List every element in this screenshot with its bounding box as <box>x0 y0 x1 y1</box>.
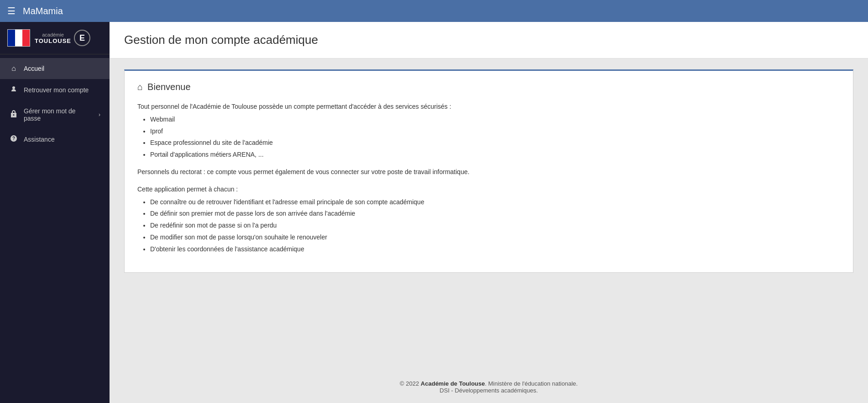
sidebar-label-gerer-mdp: Gérer mon mot de passe <box>24 107 93 122</box>
chevron-right-icon: › <box>99 111 100 118</box>
rectorat-text: Personnels du rectorat : ce compte vous … <box>137 167 840 178</box>
features-list: De connaître ou de retrouver l'identifia… <box>150 197 840 255</box>
sidebar-item-retrouver-compte[interactable]: Retrouver mon compte <box>0 79 110 101</box>
sidebar-logo: académie TOULOUSE E <box>0 22 110 54</box>
sidebar: académie TOULOUSE E ⌂ Accueil Retrouver … <box>0 22 110 403</box>
lock-icon <box>9 110 18 119</box>
sidebar-label-retrouver-compte: Retrouver mon compte <box>24 86 100 94</box>
page-header: Gestion de mon compte académique <box>110 22 868 58</box>
sidebar-item-assistance[interactable]: Assistance <box>0 128 110 150</box>
menu-icon[interactable]: ☰ <box>7 5 16 16</box>
feature-3: De redéfinir son mot de passe si on l'a … <box>150 220 840 231</box>
topbar: ☰ MaMamia <box>0 0 868 22</box>
welcome-title: Bienvenue <box>147 82 191 92</box>
user-icon <box>9 85 18 95</box>
content-area: Gestion de mon compte académique ⌂ Bienv… <box>110 22 868 403</box>
topbar-title: MaMamia <box>23 6 63 16</box>
logo-text: académie TOULOUSE <box>35 32 71 44</box>
page-title: Gestion de mon compte académique <box>124 33 853 47</box>
footer: © 2022 Académie de Toulouse. Ministère d… <box>110 371 868 403</box>
sidebar-nav: ⌂ Accueil Retrouver mon compte Gérer mon… <box>0 54 110 403</box>
welcome-card: ⌂ Bienvenue Tout personnel de l'Académie… <box>124 69 853 273</box>
sidebar-item-gerer-mdp[interactable]: Gérer mon mot de passe › <box>0 101 110 128</box>
toulouse-label: TOULOUSE <box>35 37 71 44</box>
feature-2: De définir son premier mot de passe lors… <box>150 208 840 219</box>
welcome-intro-block: Tout personnel de l'Académie de Toulouse… <box>137 101 840 160</box>
feature-5: D'obtenir les coordonnées de l'assistanc… <box>150 244 840 255</box>
sidebar-label-accueil: Accueil <box>24 65 100 72</box>
french-flag <box>7 29 30 47</box>
services-list: Webmail Iprof Espace professionnel du si… <box>150 114 840 160</box>
welcome-intro-text: Tout personnel de l'Académie de Toulouse… <box>137 101 840 112</box>
logo-circle: E <box>74 30 90 46</box>
assistance-icon <box>9 135 18 144</box>
feature-4: De modifier son mot de passe lorsqu'on s… <box>150 232 840 243</box>
sidebar-label-assistance: Assistance <box>24 136 100 143</box>
footer-copyright-prefix: © 2022 <box>400 380 421 387</box>
footer-line2: DSI - Développements académiques. <box>119 387 859 394</box>
academie-label: académie <box>42 32 64 37</box>
home-icon: ⌂ <box>9 64 18 73</box>
welcome-home-icon: ⌂ <box>137 82 143 92</box>
app-intro-text: Cette application permet à chacun : <box>137 184 840 195</box>
footer-line1: © 2022 Académie de Toulouse. Ministère d… <box>119 380 859 387</box>
welcome-heading: ⌂ Bienvenue <box>137 82 840 92</box>
service-webmail: Webmail <box>150 114 840 125</box>
service-espace-pro: Espace professionnel du site de l'académ… <box>150 138 840 148</box>
feature-1: De connaître ou de retrouver l'identifia… <box>150 197 840 208</box>
footer-copyright-suffix: . Ministère de l'éducation nationale. <box>485 380 577 387</box>
footer-brand: Académie de Toulouse <box>421 380 485 387</box>
service-iprof: Iprof <box>150 126 840 137</box>
service-arena: Portail d'applications métiers ARENA, ..… <box>150 149 840 160</box>
rectorat-note: Personnels du rectorat : ce compte vous … <box>137 167 840 178</box>
sidebar-item-accueil[interactable]: ⌂ Accueil <box>0 58 110 79</box>
app-features-block: Cette application permet à chacun : De c… <box>137 184 840 255</box>
content-body: ⌂ Bienvenue Tout personnel de l'Académie… <box>110 58 868 371</box>
main-layout: académie TOULOUSE E ⌂ Accueil Retrouver … <box>0 22 868 403</box>
